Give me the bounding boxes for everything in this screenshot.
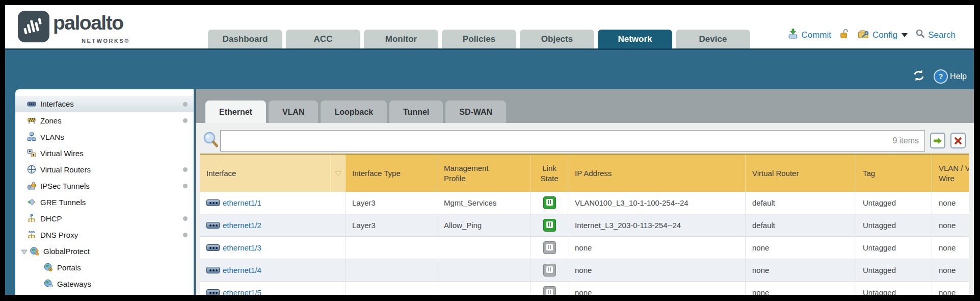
sidebar-item-interfaces[interactable]: Interfaces — [15, 96, 194, 112]
interface-link[interactable]: ethernet1/2 — [206, 221, 261, 230]
tab-acc[interactable]: ACC — [286, 30, 360, 48]
column-menu-dropdown[interactable] — [331, 155, 346, 192]
interface-link[interactable]: ethernet1/1 — [206, 198, 261, 207]
tag-cell: Untagged — [856, 192, 932, 214]
tab-dashboard[interactable]: Dashboard — [208, 30, 282, 48]
col-header-virtual-router[interactable]: Virtual Router — [746, 155, 856, 192]
col-header-tag[interactable]: Tag — [856, 155, 932, 192]
expander-down-icon[interactable] — [20, 248, 28, 254]
vlan-wire-cell: none — [932, 259, 969, 281]
sidebar-item-gre-tunnels[interactable]: GRE Tunnels — [15, 194, 194, 210]
pending-change-dot — [183, 118, 188, 123]
tab-ethernet[interactable]: Ethernet — [205, 101, 266, 123]
table-row[interactable]: ethernet1/4 none none Untagged none — [200, 259, 969, 282]
ip-address-cell: Internet_L3_203-0-113-254--24 — [568, 214, 746, 236]
help-label: Help — [950, 72, 967, 81]
ip-address-cell: none — [568, 282, 746, 295]
tab-vlan[interactable]: VLAN — [269, 101, 319, 123]
tab-tunnel[interactable]: Tunnel — [389, 101, 443, 123]
config-label: Config — [872, 30, 897, 40]
sidebar-item-portals[interactable]: Portals — [15, 259, 194, 275]
filter-input-wrap: 9 items — [220, 130, 925, 152]
col-header-ip-address[interactable]: IP Address — [568, 155, 746, 192]
tab-network[interactable]: Network — [598, 30, 672, 48]
sidebar-item-label: DNS Proxy — [40, 231, 78, 239]
lock-icon — [839, 28, 850, 42]
sidebar-item-zones[interactable]: Zones — [15, 112, 194, 129]
tab-policies[interactable]: Policies — [442, 30, 516, 48]
filter-magnifier-icon — [202, 131, 219, 150]
tab-monitor[interactable]: Monitor — [364, 30, 438, 48]
content-toolbar: ? Help — [912, 69, 967, 84]
help-icon: ? — [934, 69, 948, 84]
col-header-management-profile[interactable]: ManagementProfile — [437, 155, 531, 192]
interface-link[interactable]: ethernet1/3 — [206, 243, 261, 252]
vlan-wire-cell: none — [932, 282, 969, 295]
top-header: paloalto NETWORKS® Dashboard ACC Monitor… — [5, 5, 974, 48]
virtual-router-cell: default — [746, 192, 856, 214]
tag-cell: Untagged — [856, 259, 932, 281]
link-state-down-icon — [543, 241, 556, 254]
tab-loopback[interactable]: Loopback — [321, 101, 387, 123]
col-header-link-state[interactable]: LinkState — [531, 155, 568, 192]
refresh-icon[interactable] — [912, 69, 925, 84]
interface-type-cell: Layer3 — [346, 214, 437, 236]
lock-button[interactable] — [839, 28, 850, 42]
ip-address-cell: none — [568, 237, 746, 259]
sidebar-item-dhcp[interactable]: IP DHCP — [15, 210, 194, 227]
sidebar-item-virtual-routers[interactable]: Virtual Routers — [15, 161, 194, 178]
sort-dropdown-icon — [335, 171, 341, 176]
vlan-wire-cell: none — [932, 192, 969, 214]
commit-button[interactable]: Commit — [787, 28, 831, 42]
management-profile-cell: Allow_Ping — [437, 214, 531, 236]
chevron-down-icon — [902, 33, 908, 37]
sidebar-item-ipsec-tunnels[interactable]: IPSec Tunnels — [15, 178, 194, 194]
ipsec-tunnels-icon — [27, 181, 37, 190]
interface-link[interactable]: ethernet1/4 — [206, 266, 261, 274]
sidebar-item-dns-proxy[interactable]: DNS DNS Proxy — [15, 227, 194, 243]
sidebar-item-gateways[interactable]: Gateways — [15, 275, 194, 292]
pending-change-dot — [183, 167, 188, 172]
link-state-cell — [531, 214, 568, 236]
col-header-interface[interactable]: Interface — [200, 155, 331, 192]
table-row[interactable]: ethernet1/2 Layer3 Allow_Ping Internet_L… — [200, 214, 969, 237]
sidebar-item-virtual-wires[interactable]: Virtual Wires — [15, 145, 194, 161]
dhcp-icon: IP — [27, 214, 37, 223]
search-icon — [915, 29, 925, 41]
management-profile-cell — [437, 237, 531, 259]
network-sidebar: Interfaces Zones VLANs Virtual Wires — [15, 89, 194, 295]
apply-filter-button[interactable] — [930, 133, 945, 148]
sidebar-item-globalprotect[interactable]: GlobalProtect — [15, 243, 194, 259]
tab-objects[interactable]: Objects — [520, 30, 594, 48]
config-menu-button[interactable]: Config — [858, 28, 908, 42]
tag-cell: Untagged — [856, 237, 932, 259]
svg-text:DNS: DNS — [29, 231, 35, 234]
interface-icon — [206, 244, 220, 251]
interfaces-table: Interface Interface Type ManagementProfi… — [200, 154, 969, 295]
interface-link[interactable]: ethernet1/5 — [206, 288, 261, 295]
col-header-vlan-virtual-wire[interactable]: VLAN / VirtualWire — [932, 155, 969, 192]
link-state-cell — [531, 192, 568, 214]
screenshot-frame: paloalto NETWORKS® Dashboard ACC Monitor… — [0, 0, 980, 301]
interface-type-cell — [346, 259, 437, 281]
paloalto-logo: paloalto NETWORKS® — [18, 11, 171, 46]
interface-type-cell — [346, 237, 437, 259]
search-button[interactable]: Search — [915, 29, 956, 41]
sidebar-item-vlans[interactable]: VLANs — [15, 129, 194, 145]
col-header-interface-type[interactable]: Interface Type — [346, 155, 437, 192]
tab-sdwan[interactable]: SD-WAN — [445, 101, 506, 123]
filter-input[interactable] — [220, 130, 925, 152]
help-button[interactable]: ? Help — [934, 69, 967, 84]
table-row[interactable]: ethernet1/5 none none Untagged none — [200, 282, 969, 295]
sidebar-item-label: Gateways — [57, 280, 91, 288]
link-state-up-icon — [543, 219, 556, 232]
table-row[interactable]: ethernet1/3 none none Untagged none — [200, 237, 969, 259]
tab-device[interactable]: Device — [676, 30, 750, 48]
interface-cell: ethernet1/2 — [200, 214, 346, 236]
app-window: paloalto NETWORKS® Dashboard ACC Monitor… — [5, 5, 974, 295]
clear-filter-button[interactable] — [950, 133, 966, 148]
brand-name: paloalto — [53, 12, 123, 34]
gre-tunnels-icon — [27, 197, 37, 207]
sidebar-item-label: Virtual Routers — [40, 165, 91, 174]
table-row[interactable]: ethernet1/1 Layer3 Mgmt_Services VLAN010… — [200, 192, 969, 214]
